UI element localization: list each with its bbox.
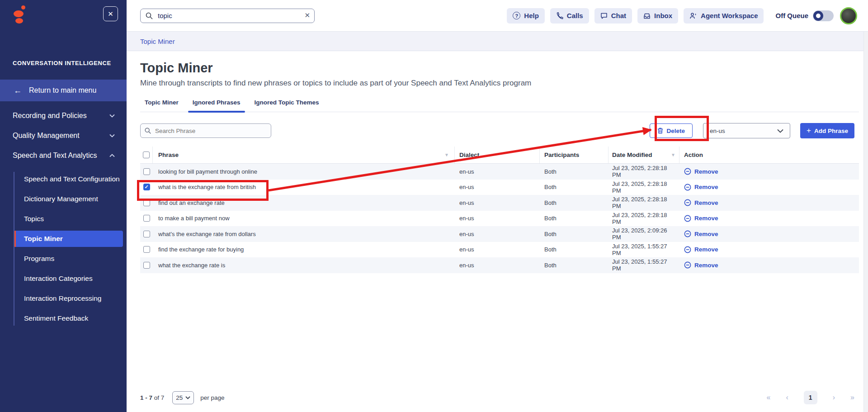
sidebar-item-topic-miner[interactable]: Topic Miner xyxy=(0,229,127,249)
global-search-input[interactable] xyxy=(140,9,315,23)
pagination-range: 1 - 7 of 7 xyxy=(140,394,164,401)
minus-circle-icon xyxy=(684,246,691,253)
last-page-button[interactable]: » xyxy=(850,393,854,402)
top-bar: ✕ ? Help Calls Chat Inbox xyxy=(127,0,868,32)
sort-icon[interactable]: ▼ xyxy=(671,152,675,157)
help-button[interactable]: ? Help xyxy=(507,8,545,24)
off-queue-group: Off Queue xyxy=(775,10,834,21)
toolbar: Delete en-us + Add Phrase xyxy=(140,123,859,138)
remove-button[interactable]: Remove xyxy=(684,230,854,237)
phrase-cell: find out an exchange rate xyxy=(158,199,225,206)
prev-page-button[interactable]: ‹ xyxy=(786,393,788,402)
sidebar-item-programs[interactable]: Programs xyxy=(0,249,127,269)
app-window: ✕ CONVERSATION INTELLIGENCE ← Return to … xyxy=(0,0,868,412)
remove-button[interactable]: Remove xyxy=(684,199,854,206)
column-header-participants[interactable]: Participants xyxy=(540,147,609,163)
sort-icon[interactable]: ▼ xyxy=(444,152,449,157)
sidebar-brand-label: CONVERSATION INTELLIGENCE xyxy=(13,60,111,66)
page-number-button[interactable]: 1 xyxy=(804,391,817,404)
sidebar-item-interaction-reprocessing[interactable]: Interaction Reprocessing xyxy=(0,289,127,308)
search-icon xyxy=(144,127,151,134)
agent-workspace-button[interactable]: Agent Workspace xyxy=(684,8,764,24)
date-modified-cell: Jul 23, 2025, 2:28:18 PM xyxy=(609,196,679,209)
phrase-cell: to make a bill payment now xyxy=(158,215,230,222)
remove-button[interactable]: Remove xyxy=(684,261,854,269)
per-page-select[interactable]: 25 xyxy=(172,391,194,404)
column-header-date-modified[interactable]: Date Modified ▼ xyxy=(609,147,679,163)
row-checkbox[interactable] xyxy=(143,215,150,222)
tab-ignored-topic-themes[interactable]: Ignored Topic Themes xyxy=(250,99,324,112)
minus-circle-icon xyxy=(684,168,691,175)
tab-topic-miner[interactable]: Topic Miner xyxy=(140,99,183,112)
sidebar-subitems: Speech and Text Configuration Dictionary… xyxy=(0,169,127,328)
remove-button[interactable]: Remove xyxy=(684,246,854,253)
column-header-dialect[interactable]: Dialect xyxy=(455,147,540,163)
scrollbar-track[interactable] xyxy=(863,32,868,412)
participants-cell: Both xyxy=(540,215,609,222)
table-row: find the exchange rate for buying en-us … xyxy=(140,242,859,258)
table-row: to make a bill payment now en-us Both Ju… xyxy=(140,211,859,227)
tab-bar: Topic Miner Ignored Phrases Ignored Topi… xyxy=(140,99,859,112)
phrase-search xyxy=(140,123,271,138)
minus-circle-icon xyxy=(684,184,691,191)
sidebar-item-dictionary-management[interactable]: Dictionary Management xyxy=(0,189,127,209)
participants-cell: Both xyxy=(540,262,609,269)
top-bar-buttons: ? Help Calls Chat Inbox Agent Work xyxy=(507,8,764,24)
dialect-cell: en-us xyxy=(455,168,540,175)
sidebar: ✕ CONVERSATION INTELLIGENCE ← Return to … xyxy=(0,0,127,412)
minus-circle-icon xyxy=(684,261,691,269)
brand-logo-icon xyxy=(14,5,25,24)
select-all-checkbox[interactable] xyxy=(143,152,150,158)
row-checkbox[interactable] xyxy=(143,168,150,175)
breadcrumb-topic-miner[interactable]: Topic Miner xyxy=(140,38,175,45)
table-row: what the exchange rate is en-us Both Jul… xyxy=(140,257,859,273)
next-page-button[interactable]: › xyxy=(833,393,835,402)
chevron-down-icon xyxy=(109,114,115,118)
sidebar-close-button[interactable]: ✕ xyxy=(103,6,118,21)
back-arrow-icon: ← xyxy=(14,86,22,95)
delete-button[interactable]: Delete xyxy=(650,123,693,138)
remove-button[interactable]: Remove xyxy=(684,215,854,222)
sidebar-item-speech-and-text-analytics[interactable]: Speech and Text Analytics xyxy=(0,146,127,166)
dialect-cell: en-us xyxy=(455,231,540,237)
sidebar-item-interaction-categories[interactable]: Interaction Categories xyxy=(0,269,127,289)
clear-search-icon[interactable]: ✕ xyxy=(304,11,310,19)
sidebar-item-quality-management[interactable]: Quality Management xyxy=(0,126,127,146)
remove-button[interactable]: Remove xyxy=(684,168,854,175)
return-label: Return to main menu xyxy=(29,86,96,95)
return-to-main-menu[interactable]: ← Return to main menu xyxy=(0,80,127,101)
phrase-search-input[interactable] xyxy=(140,123,271,138)
sidebar-item-speech-and-text-configuration[interactable]: Speech and Text Configuration xyxy=(0,169,127,189)
chevron-down-icon xyxy=(777,129,783,133)
toggle-knob xyxy=(813,11,823,21)
user-avatar[interactable] xyxy=(840,7,857,24)
sidebar-item-topics[interactable]: Topics xyxy=(0,209,127,229)
dialect-cell: en-us xyxy=(455,262,540,269)
column-header-action: Action xyxy=(679,147,859,163)
row-checkbox[interactable] xyxy=(143,262,150,269)
row-checkbox[interactable] xyxy=(143,199,150,206)
queue-status-toggle[interactable] xyxy=(813,10,834,21)
date-modified-cell: Jul 23, 2025, 2:28:18 PM xyxy=(609,180,679,194)
row-checkbox[interactable] xyxy=(143,184,150,190)
date-modified-cell: Jul 23, 2025, 2:28:18 PM xyxy=(609,212,679,225)
tab-ignored-phrases[interactable]: Ignored Phrases xyxy=(188,99,245,112)
table-row: what's the exchange rate from dollars en… xyxy=(140,226,859,242)
participants-cell: Both xyxy=(540,184,609,190)
dialect-select[interactable]: en-us xyxy=(703,123,790,138)
remove-button[interactable]: Remove xyxy=(684,184,854,191)
column-header-phrase[interactable]: Phrase ▼ xyxy=(153,147,455,163)
sidebar-item-recording-and-policies[interactable]: Recording and Policies xyxy=(0,106,127,126)
first-page-button[interactable]: « xyxy=(767,393,771,402)
table-row: find out an exchange rate en-us Both Jul… xyxy=(140,195,859,211)
row-checkbox[interactable] xyxy=(143,246,150,253)
phone-icon xyxy=(556,12,563,19)
inbox-button[interactable]: Inbox xyxy=(637,8,678,24)
date-modified-cell: Jul 23, 2025, 1:55:27 PM xyxy=(609,258,679,272)
calls-button[interactable]: Calls xyxy=(550,8,589,24)
row-checkbox[interactable] xyxy=(143,231,150,237)
chat-button[interactable]: Chat xyxy=(594,8,632,24)
sidebar-item-sentiment-feedback[interactable]: Sentiment Feedback xyxy=(0,308,127,328)
add-phrase-button[interactable]: + Add Phrase xyxy=(800,123,854,138)
search-icon xyxy=(145,12,153,20)
